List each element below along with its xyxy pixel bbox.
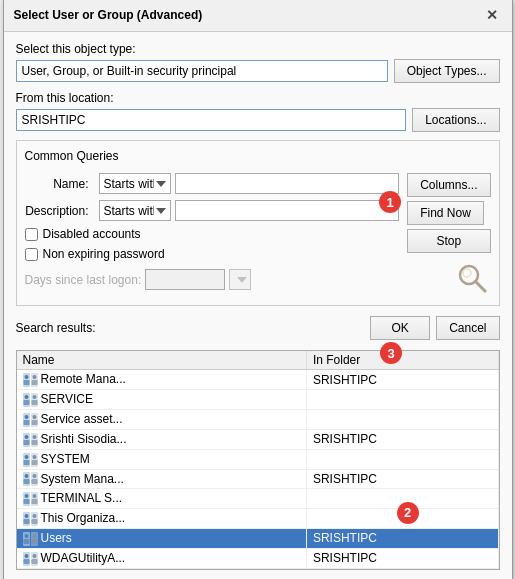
- svg-point-46: [24, 514, 28, 518]
- result-folder-cell: [306, 489, 498, 509]
- stop-button[interactable]: Stop: [407, 229, 490, 253]
- table-row[interactable]: Srishti Sisodia...SRISHTIPC: [17, 429, 499, 449]
- right-buttons: Columns... Find Now 1 Stop: [407, 173, 490, 297]
- location-input[interactable]: [16, 109, 407, 131]
- svg-rect-59: [23, 559, 29, 564]
- svg-point-10: [24, 395, 28, 399]
- svg-rect-50: [31, 519, 37, 524]
- svg-rect-26: [31, 440, 37, 445]
- close-button[interactable]: ✕: [482, 5, 502, 25]
- svg-rect-20: [31, 420, 37, 425]
- svg-point-4: [24, 375, 28, 379]
- table-row[interactable]: TERMINAL S...: [17, 489, 499, 509]
- results-table: Name In Folder Remote Mana...SRISHTIPC S…: [17, 351, 499, 568]
- table-row[interactable]: UsersSRISHTIPC: [17, 528, 499, 548]
- result-name-cell: System Mana...: [17, 469, 307, 489]
- description-condition-select[interactable]: Starts with Is exactly: [99, 200, 171, 221]
- days-label: Days since last logon:: [25, 273, 142, 287]
- result-folder-cell: SRISHTIPC: [306, 370, 498, 390]
- dialog-body: Select this object type: Object Types...…: [4, 32, 512, 579]
- non-expiring-checkbox[interactable]: [25, 248, 38, 261]
- result-name-cell: Service asset...: [17, 410, 307, 430]
- svg-rect-8: [31, 380, 37, 385]
- table-row[interactable]: This Organiza...: [17, 509, 499, 529]
- svg-point-58: [24, 554, 28, 558]
- svg-point-40: [24, 494, 28, 498]
- result-name-cell: TERMINAL S...: [17, 489, 307, 509]
- non-expiring-row: Non expiring password: [25, 247, 400, 261]
- queries-inner: Name: Starts with Is exactly Description…: [25, 173, 400, 297]
- user-icon: [23, 392, 41, 406]
- table-row[interactable]: Remote Mana...SRISHTIPC: [17, 370, 499, 390]
- table-row[interactable]: WDAGUtilityA...SRISHTIPC: [17, 548, 499, 568]
- days-select[interactable]: [229, 269, 251, 290]
- location-section: From this location: Locations...: [16, 91, 500, 132]
- svg-rect-53: [23, 539, 29, 544]
- result-folder-cell: [306, 449, 498, 469]
- magnifier-icon: [455, 261, 491, 297]
- table-row[interactable]: SYSTEM: [17, 449, 499, 469]
- disabled-accounts-row: Disabled accounts: [25, 227, 400, 241]
- location-row: Locations...: [16, 108, 500, 132]
- svg-point-31: [32, 455, 36, 459]
- table-row[interactable]: System Mana...SRISHTIPC: [17, 469, 499, 489]
- svg-rect-32: [31, 460, 37, 465]
- result-folder-cell: [306, 509, 498, 529]
- svg-rect-29: [23, 460, 29, 465]
- svg-rect-41: [23, 499, 29, 504]
- results-table-container: Name In Folder Remote Mana...SRISHTIPC S…: [16, 350, 500, 569]
- svg-point-61: [32, 554, 36, 558]
- locations-button[interactable]: Locations...: [412, 108, 499, 132]
- svg-rect-35: [23, 479, 29, 484]
- user-icon: [23, 452, 41, 466]
- find-now-button[interactable]: Find Now: [407, 201, 484, 225]
- result-folder-cell: SRISHTIPC: [306, 429, 498, 449]
- svg-point-19: [32, 415, 36, 419]
- result-folder-cell: [306, 410, 498, 430]
- svg-rect-14: [31, 400, 37, 405]
- result-folder-cell: SRISHTIPC: [306, 548, 498, 568]
- svg-point-49: [32, 514, 36, 518]
- object-types-button[interactable]: Object Types...: [394, 59, 500, 83]
- user-icon: [23, 472, 41, 486]
- user-icon: [23, 432, 41, 446]
- disabled-accounts-label: Disabled accounts: [43, 227, 141, 241]
- cancel-button[interactable]: Cancel: [436, 316, 499, 340]
- columns-button[interactable]: Columns...: [407, 173, 490, 197]
- name-condition-select[interactable]: Starts with Is exactly: [99, 173, 171, 194]
- svg-rect-23: [23, 440, 29, 445]
- svg-rect-38: [31, 479, 37, 484]
- user-icon: [23, 531, 41, 545]
- result-name-cell: Srishti Sisodia...: [17, 429, 307, 449]
- result-folder-cell: [306, 390, 498, 410]
- object-type-input[interactable]: [16, 60, 388, 82]
- svg-line-1: [475, 282, 485, 292]
- queries-and-buttons: Name: Starts with Is exactly Description…: [25, 173, 491, 297]
- description-query-input[interactable]: [175, 200, 400, 221]
- name-query-label: Name:: [25, 177, 95, 191]
- days-input[interactable]: [145, 269, 225, 290]
- user-icon: [23, 412, 41, 426]
- ok-button[interactable]: OK: [370, 316, 430, 340]
- svg-rect-11: [23, 400, 29, 405]
- svg-point-25: [32, 435, 36, 439]
- svg-point-16: [24, 415, 28, 419]
- table-row[interactable]: SERVICE: [17, 390, 499, 410]
- svg-point-2: [463, 269, 471, 277]
- location-label: From this location:: [16, 91, 500, 105]
- svg-point-52: [24, 534, 28, 538]
- result-name-cell: Users: [17, 528, 307, 548]
- name-query-input[interactable]: [175, 173, 400, 194]
- svg-rect-62: [31, 559, 37, 564]
- description-query-label: Description:: [25, 204, 95, 218]
- svg-point-34: [24, 474, 28, 478]
- svg-point-7: [32, 375, 36, 379]
- non-expiring-label: Non expiring password: [43, 247, 165, 261]
- result-name-cell: WDAGUtilityA...: [17, 548, 307, 568]
- table-row[interactable]: Service asset...: [17, 410, 499, 430]
- svg-rect-56: [31, 539, 37, 544]
- result-name-cell: Remote Mana...: [17, 370, 307, 390]
- title-bar: Select User or Group (Advanced) ✕: [4, 0, 512, 32]
- result-folder-cell: SRISHTIPC: [306, 528, 498, 548]
- disabled-accounts-checkbox[interactable]: [25, 228, 38, 241]
